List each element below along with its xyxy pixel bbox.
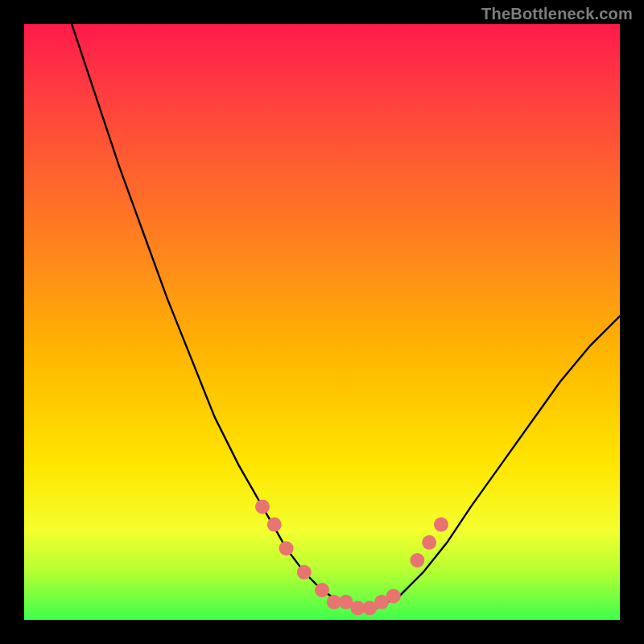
plot-area — [24, 24, 620, 620]
watermark-text: TheBottleneck.com — [481, 5, 633, 23]
highlight-dot — [434, 518, 448, 532]
chart-stage: TheBottleneck.com — [0, 0, 644, 644]
highlight-dot — [422, 535, 436, 550]
highlight-dot — [297, 565, 312, 580]
highlight-dots — [255, 499, 448, 615]
highlight-dot — [267, 518, 282, 532]
highlight-dot — [255, 499, 270, 514]
highlight-dot — [279, 541, 294, 555]
bottleneck-curve — [72, 24, 620, 608]
highlight-dot — [315, 583, 329, 597]
highlight-dot — [386, 588, 401, 603]
chart-svg — [24, 24, 620, 620]
highlight-dot — [410, 553, 424, 568]
